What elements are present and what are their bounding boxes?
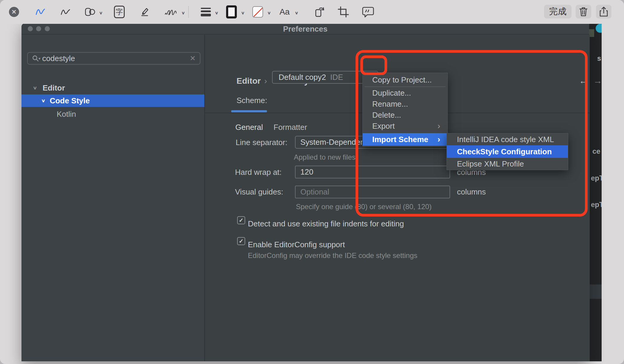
background-text-fragment: ce xyxy=(592,147,600,155)
background-text-fragment: s xyxy=(597,54,601,63)
tab-formatter[interactable]: Formatter xyxy=(274,123,307,132)
fill-style-chevron-icon[interactable]: ∨ xyxy=(267,10,271,15)
submenu-item-eclipse-profile[interactable]: Eclipse XML Profile xyxy=(447,158,568,170)
highlighter-tool-button[interactable] xyxy=(138,4,152,20)
visual-guides-suffix: columns xyxy=(457,187,486,197)
background-window-strip: s ce epT epT xyxy=(589,23,602,361)
check-icon: ✓ xyxy=(239,238,244,245)
menu-item-import-scheme[interactable]: Import Scheme › xyxy=(363,133,447,146)
tree-item-label: Code Style xyxy=(50,96,90,105)
screenshot-markup-screen: ✕ ∨ 字 xyxy=(0,0,624,364)
breadcrumb-editor[interactable]: Editor xyxy=(237,76,261,86)
detect-indents-label: Detect and use existing file indents for… xyxy=(248,219,404,228)
menu-item-rename[interactable]: Rename... xyxy=(363,99,447,109)
menu-item-copy-to-project[interactable]: Copy to Project... xyxy=(363,74,447,86)
rotate-icon xyxy=(314,6,325,18)
check-icon: ✓ xyxy=(239,217,244,224)
delete-annotation-button[interactable] xyxy=(576,5,591,18)
visual-guides-hint: Specify one guide (80) or several (80, 1… xyxy=(296,203,432,211)
menu-item-export[interactable]: Export › xyxy=(363,121,447,131)
menu-separator xyxy=(364,86,446,87)
share-icon xyxy=(599,6,608,17)
shapes-icon xyxy=(85,6,95,18)
scheme-value: Default copy2 xyxy=(279,73,326,82)
share-button[interactable] xyxy=(596,5,611,18)
signature-chevron-icon[interactable]: ∨ xyxy=(181,10,185,15)
scheme-label: Scheme: xyxy=(237,96,267,105)
submenu-chevron-icon: › xyxy=(438,135,440,144)
sidebar-item-editor[interactable]: ∨ Editor xyxy=(21,82,204,94)
window-titlebar[interactable]: Preferences xyxy=(21,23,589,35)
back-arrow-icon[interactable]: ← xyxy=(579,76,588,86)
breadcrumb-separator-icon: › xyxy=(264,76,267,86)
visual-guides-label: Visual guides: xyxy=(235,187,283,197)
scheme-actions-menu: Copy to Project... Duplicate... Rename..… xyxy=(362,73,448,147)
text-style-button[interactable]: Aa xyxy=(277,4,292,20)
draw-icon xyxy=(60,7,70,17)
border-style-button[interactable] xyxy=(224,4,239,20)
menu-item-label: Export xyxy=(372,122,395,131)
comment-button[interactable] xyxy=(360,4,376,20)
markup-toolbar: ✕ ∨ 字 xyxy=(0,0,624,24)
submenu-item-intellij-xml[interactable]: IntelliJ IDEA code style XML xyxy=(447,133,568,145)
menu-item-label: Duplicate... xyxy=(372,88,411,98)
editor-collapse-icon[interactable]: ∨ xyxy=(33,85,37,91)
line-weight-icon xyxy=(201,8,211,16)
comment-icon xyxy=(362,6,374,18)
detect-indents-checkbox[interactable]: ✓ xyxy=(237,216,245,224)
line-weight-chevron-icon[interactable]: ∨ xyxy=(215,10,218,15)
close-button[interactable]: ✕ xyxy=(9,7,19,17)
menu-item-duplicate[interactable]: Duplicate... xyxy=(363,88,447,98)
shapes-chevron-icon[interactable]: ∨ xyxy=(99,10,103,15)
submenu-chevron-icon: › xyxy=(438,121,440,131)
line-weight-button[interactable] xyxy=(199,4,213,20)
crop-icon xyxy=(338,6,349,18)
submenu-item-label: IntelliJ IDEA code style XML xyxy=(457,135,554,144)
shapes-tool-button[interactable] xyxy=(83,4,97,20)
hard-wrap-input[interactable] xyxy=(296,167,450,177)
editorconfig-checkbox[interactable]: ✓ xyxy=(237,237,245,245)
menu-item-label: Copy to Project... xyxy=(372,75,432,85)
submenu-item-checkstyle[interactable]: CheckStyle Configuration xyxy=(447,145,568,158)
search-clear-icon[interactable]: ✕ xyxy=(190,54,196,63)
signature-icon xyxy=(164,7,177,17)
crop-button[interactable] xyxy=(336,4,351,20)
signature-tool-button[interactable] xyxy=(162,4,179,20)
editorconfig-label: Enable EditorConfig support xyxy=(248,240,345,249)
toolbar-divider xyxy=(188,6,189,18)
hard-wrap-field[interactable] xyxy=(295,166,450,178)
menu-item-delete[interactable]: Delete... xyxy=(363,110,447,120)
trash-icon xyxy=(579,7,588,17)
done-label: 完成 xyxy=(549,6,566,18)
close-icon: ✕ xyxy=(12,8,17,15)
import-scheme-submenu: IntelliJ IDEA code style XML CheckStyle … xyxy=(447,133,568,170)
sidebar-item-kotlin[interactable]: Kotlin xyxy=(21,108,204,120)
sketch-tool-button[interactable] xyxy=(33,4,47,20)
done-button[interactable]: 完成 xyxy=(544,5,572,18)
forward-arrow-icon[interactable]: → xyxy=(593,76,602,86)
tree-item-label: Editor xyxy=(43,83,65,93)
border-style-chevron-icon[interactable]: ∨ xyxy=(241,10,245,15)
text-tool-button[interactable]: 字 xyxy=(112,4,126,20)
search-input[interactable] xyxy=(41,54,190,63)
tab-general[interactable]: General xyxy=(235,123,263,132)
settings-sidebar: ▾ ✕ ∨ Editor ∨ Code Style Kotlin xyxy=(21,35,204,361)
tree-item-label: Kotlin xyxy=(57,110,76,119)
visual-guides-field[interactable] xyxy=(295,186,450,198)
text-style-chevron-icon[interactable]: ∨ xyxy=(295,10,298,15)
sidebar-item-code-style[interactable]: ∨ Code Style xyxy=(21,94,204,107)
submenu-item-label: Eclipse XML Profile xyxy=(457,159,524,169)
scheme-ide-badge: IDE xyxy=(330,73,343,82)
settings-search-field[interactable]: ▾ ✕ xyxy=(27,52,200,65)
visual-guides-input[interactable] xyxy=(296,187,450,197)
draw-tool-button[interactable] xyxy=(58,4,72,20)
submenu-item-label: CheckStyle Configuration xyxy=(457,147,552,156)
hard-wrap-label: Hard wrap at: xyxy=(235,168,282,177)
background-text-fragment: epT xyxy=(591,174,602,182)
code-style-collapse-icon[interactable]: ∨ xyxy=(41,98,46,103)
fill-style-icon xyxy=(252,6,263,18)
highlighter-icon xyxy=(140,6,150,18)
fill-style-button[interactable] xyxy=(251,4,265,20)
rotate-button[interactable] xyxy=(312,4,327,20)
background-highlight-row xyxy=(589,284,602,299)
